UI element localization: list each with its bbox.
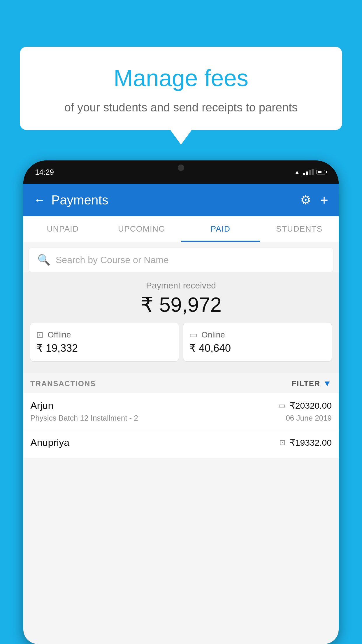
online-icon: ▭ bbox=[189, 330, 197, 340]
header-left: ← Payments bbox=[34, 193, 108, 207]
header-right: ⚙ + bbox=[300, 192, 328, 208]
phone-screen: ← Payments ⚙ + UNPAID UPCOMING PAID STUD… bbox=[23, 184, 339, 644]
transaction-name: Anupriya bbox=[30, 437, 69, 448]
back-button[interactable]: ← bbox=[34, 193, 45, 206]
settings-icon[interactable]: ⚙ bbox=[300, 193, 311, 207]
transaction-amount: ₹19332.00 bbox=[290, 438, 332, 448]
tab-paid[interactable]: PAID bbox=[181, 216, 260, 242]
bubble-title: Manage fees bbox=[34, 64, 328, 92]
offline-card-header: ⊡ Offline bbox=[36, 330, 71, 340]
wifi-icon: ▲ bbox=[294, 169, 300, 176]
filter-button[interactable]: FILTER ▼ bbox=[292, 379, 332, 388]
signal-icon bbox=[303, 169, 314, 175]
online-amount: ₹ 40,640 bbox=[189, 342, 231, 354]
table-row[interactable]: Anupriya ⊡ ₹19332.00 bbox=[23, 430, 339, 458]
camera bbox=[178, 164, 184, 171]
phone-frame: 14:29 ▲ ← Payments ⚙ bbox=[23, 160, 339, 644]
tabs-bar: UNPAID UPCOMING PAID STUDENTS bbox=[23, 216, 339, 242]
online-card: ▭ Online ₹ 40,640 bbox=[183, 323, 332, 361]
transaction-amount-row: ⊡ ₹19332.00 bbox=[279, 438, 332, 448]
payment-received-label: Payment received bbox=[29, 281, 333, 290]
transaction-amount: ₹20320.00 bbox=[290, 400, 332, 411]
transactions-header: TRANSACTIONS FILTER ▼ bbox=[23, 373, 339, 393]
battery-icon bbox=[317, 170, 327, 174]
tab-unpaid[interactable]: UNPAID bbox=[23, 216, 102, 242]
filter-label: FILTER bbox=[292, 379, 320, 388]
search-input[interactable]: Search by Course or Name bbox=[56, 255, 169, 265]
payment-total-amount: ₹ 59,972 bbox=[29, 293, 333, 317]
header-title: Payments bbox=[51, 193, 108, 207]
filter-icon: ▼ bbox=[323, 379, 332, 388]
transaction-date: 06 June 2019 bbox=[286, 414, 332, 423]
transaction-amount-row: ▭ ₹20320.00 bbox=[278, 400, 332, 411]
offline-label: Offline bbox=[48, 330, 71, 340]
transaction-top: Arjun ▭ ₹20320.00 bbox=[30, 400, 332, 411]
status-time: 14:29 bbox=[35, 168, 54, 177]
online-card-header: ▭ Online bbox=[189, 330, 225, 340]
search-bar[interactable]: 🔍 Search by Course or Name bbox=[29, 248, 333, 272]
payment-cards: ⊡ Offline ₹ 19,332 ▭ Online ₹ 40,640 bbox=[29, 323, 333, 367]
app-header: ← Payments ⚙ + bbox=[23, 184, 339, 216]
status-bar: 14:29 ▲ bbox=[23, 160, 339, 184]
offline-card: ⊡ Offline ₹ 19,332 bbox=[30, 323, 179, 361]
tab-students[interactable]: STUDENTS bbox=[260, 216, 339, 242]
offline-amount: ₹ 19,332 bbox=[36, 342, 78, 354]
payment-summary: Payment received ₹ 59,972 ⊡ Offline ₹ 19… bbox=[23, 272, 339, 373]
online-payment-icon: ▭ bbox=[278, 401, 286, 410]
status-icons: ▲ bbox=[294, 169, 327, 176]
speech-bubble: Manage fees of your students and send re… bbox=[20, 47, 342, 130]
bubble-subtitle: of your students and send receipts to pa… bbox=[34, 99, 328, 116]
notch bbox=[155, 160, 207, 175]
offline-payment-icon: ⊡ bbox=[279, 438, 286, 447]
transaction-course: Physics Batch 12 Installment - 2 bbox=[30, 414, 138, 423]
add-button[interactable]: + bbox=[320, 192, 328, 208]
tab-upcoming[interactable]: UPCOMING bbox=[102, 216, 181, 242]
offline-icon: ⊡ bbox=[36, 330, 43, 340]
transaction-top: Anupriya ⊡ ₹19332.00 bbox=[30, 437, 332, 448]
search-icon: 🔍 bbox=[37, 254, 50, 266]
online-label: Online bbox=[201, 330, 225, 340]
transactions-label: TRANSACTIONS bbox=[30, 379, 96, 388]
transaction-name: Arjun bbox=[30, 400, 53, 411]
table-row[interactable]: Arjun ▭ ₹20320.00 Physics Batch 12 Insta… bbox=[23, 393, 339, 430]
transaction-detail: Physics Batch 12 Installment - 2 06 June… bbox=[30, 414, 332, 423]
